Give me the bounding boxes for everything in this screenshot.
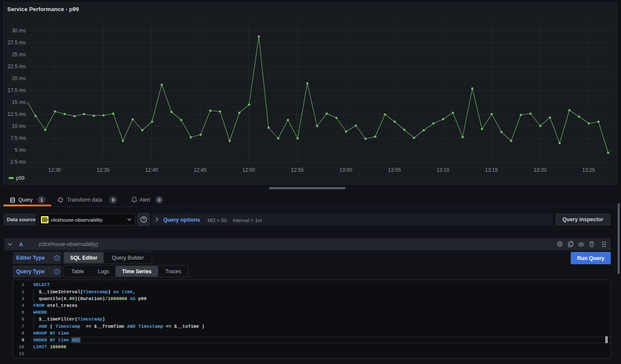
svg-text:7.5 ms: 7.5 ms bbox=[10, 135, 26, 141]
svg-text:20 ms: 20 ms bbox=[12, 75, 26, 81]
svg-text:p99: p99 bbox=[16, 175, 25, 181]
svg-text:13:00: 13:00 bbox=[339, 167, 352, 173]
svg-text:2.5 ms: 2.5 ms bbox=[10, 159, 26, 165]
svg-text:12:30: 12:30 bbox=[48, 167, 61, 173]
svg-text:13:05: 13:05 bbox=[388, 167, 401, 173]
svg-text:12:40: 12:40 bbox=[145, 167, 158, 173]
svg-text:5 ms: 5 ms bbox=[14, 147, 26, 153]
svg-text:12:45: 12:45 bbox=[194, 167, 207, 173]
svg-text:22.5 ms: 22.5 ms bbox=[8, 64, 26, 69]
svg-text:13:10: 13:10 bbox=[436, 167, 449, 173]
svg-text:12:35: 12:35 bbox=[97, 167, 110, 173]
svg-text:13:25: 13:25 bbox=[582, 167, 595, 173]
svg-text:12:55: 12:55 bbox=[291, 167, 303, 173]
svg-text:10 ms: 10 ms bbox=[12, 123, 26, 129]
svg-text:25 ms: 25 ms bbox=[12, 52, 26, 58]
svg-text:27.5 ms: 27.5 ms bbox=[8, 40, 26, 46]
svg-text:30 ms: 30 ms bbox=[12, 28, 26, 34]
svg-text:12.5 ms: 12.5 ms bbox=[8, 111, 26, 117]
svg-text:13:20: 13:20 bbox=[534, 167, 546, 173]
svg-text:15 ms: 15 ms bbox=[12, 99, 26, 105]
svg-text:12:50: 12:50 bbox=[243, 167, 255, 173]
svg-text:17.5 ms: 17.5 ms bbox=[8, 87, 26, 93]
svg-text:13:15: 13:15 bbox=[485, 167, 498, 173]
